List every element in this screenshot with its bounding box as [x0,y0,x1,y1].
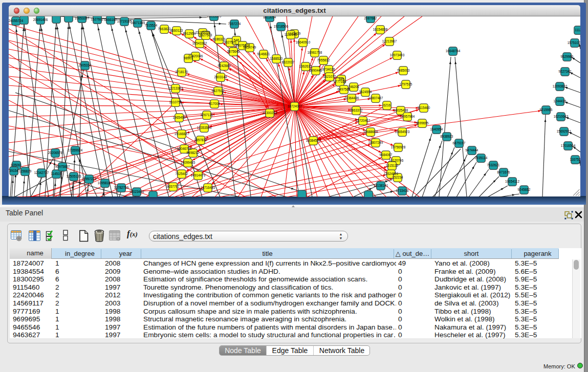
svg-text:9529986: 9529986 [561,55,574,58]
svg-text:7485003: 7485003 [397,69,410,72]
svg-text:21300233: 21300233 [263,111,277,115]
svg-text:3267130: 3267130 [201,113,213,117]
svg-text:3624554: 3624554 [359,90,372,94]
svg-text:9657791: 9657791 [167,185,180,188]
svg-text:9498212: 9498212 [187,151,200,155]
svg-text:16648784: 16648784 [446,49,461,53]
svg-text:1965498: 1965498 [173,116,186,119]
svg-text:16671385: 16671385 [130,21,145,25]
svg-text:9427512: 9427512 [212,89,225,93]
svg-text:10653287: 10653287 [75,16,90,20]
svg-text:24055724: 24055724 [9,19,24,23]
svg-text:6879197: 6879197 [453,141,466,145]
svg-text:6216: 6216 [383,103,391,107]
svg-text:9245652: 9245652 [518,188,531,191]
svg-text:1588520: 1588520 [270,57,283,60]
svg-text:1527602: 1527602 [91,17,104,21]
svg-text:39154: 39154 [9,169,18,172]
svg-text:16640910: 16640910 [296,40,311,44]
svg-text:19166827: 19166827 [175,132,189,136]
svg-text:8322037: 8322037 [282,60,295,64]
svg-text:9684067: 9684067 [380,153,393,157]
svg-text:10807487: 10807487 [368,96,383,100]
svg-text:6990448: 6990448 [310,69,322,72]
svg-text:2803144: 2803144 [214,75,227,79]
svg-text:15720407: 15720407 [356,119,371,122]
svg-text:14957984: 14957984 [400,115,415,118]
svg-text:19384554: 19384554 [306,139,321,142]
svg-text:114519: 114519 [51,172,62,176]
svg-text:7632621: 7632621 [487,163,500,167]
svg-text:1621072: 1621072 [323,75,336,78]
svg-text:8660123: 8660123 [170,29,183,32]
svg-text:19756928: 19756928 [391,145,406,149]
svg-text:9474444: 9474444 [466,148,478,152]
svg-text:16120746: 16120746 [389,159,404,162]
svg-text:20206578: 20206578 [48,151,63,155]
svg-text:1615132: 1615132 [386,164,399,167]
svg-text:16543362: 16543362 [192,41,207,45]
svg-text:2905334: 2905334 [79,63,92,67]
svg-text:10782759: 10782759 [114,186,129,189]
svg-text:1112: 1112 [575,28,580,32]
svg-text:10719185: 10719185 [117,19,132,23]
svg-text:8471676: 8471676 [497,170,510,174]
svg-text:116753: 116753 [570,158,580,161]
svg-text:15692971: 15692971 [557,129,572,133]
svg-text:6466160: 6466160 [104,18,117,21]
svg-text:1244415: 1244415 [554,99,567,103]
svg-text:8454749: 8454749 [244,46,256,49]
svg-text:12213967: 12213967 [382,39,397,43]
svg-text:1610755: 1610755 [169,100,182,104]
svg-text:10688609: 10688609 [363,130,378,134]
svg-text:9734028: 9734028 [322,68,335,71]
svg-text:9115460: 9115460 [418,106,430,110]
svg-text:7357274: 7357274 [228,22,241,26]
svg-text:12023446: 12023446 [129,190,144,193]
svg-text:7625402: 7625402 [176,172,188,176]
svg-text:12353594: 12353594 [197,126,212,129]
svg-text:1640954: 1640954 [430,127,443,131]
svg-text:9227342: 9227342 [559,70,572,73]
svg-text:835061: 835061 [11,163,22,167]
svg-text:1362615: 1362615 [299,64,312,68]
svg-text:14914479: 14914479 [191,173,206,177]
svg-text:2718170: 2718170 [176,70,188,74]
svg-text:16210643: 16210643 [554,115,569,118]
svg-text:746206: 746206 [348,85,359,89]
svg-text:10046706: 10046706 [177,147,192,150]
svg-text:8938923: 8938923 [441,135,453,138]
svg-text:98901: 98901 [184,56,193,60]
svg-text:2935114: 2935114 [475,156,488,160]
svg-text:9777169: 9777169 [334,80,346,83]
svg-text:1132546: 1132546 [285,33,297,36]
svg-text:16033809: 16033809 [207,16,222,18]
svg-text:20691406: 20691406 [33,18,48,21]
svg-text:15751074: 15751074 [568,41,580,45]
svg-text:14099485: 14099485 [181,161,195,164]
svg-text:12342737: 12342737 [34,171,49,174]
svg-text:12505135: 12505135 [67,174,81,178]
svg-text:19218506: 19218506 [274,25,289,28]
svg-text:1733416: 1733416 [396,189,409,192]
svg-text:7663822: 7663822 [158,27,171,31]
svg-text:16961758: 16961758 [308,51,322,54]
svg-text:1156829: 1156829 [19,169,32,173]
svg-text:12093822: 12093822 [553,84,568,88]
svg-text:9242848: 9242848 [218,64,231,68]
svg-text:10654112: 10654112 [505,180,519,183]
svg-text:8912954: 8912954 [183,32,196,35]
svg-text:3875645: 3875645 [227,50,240,53]
svg-text:10973493: 10973493 [390,53,405,57]
svg-text:14138141: 14138141 [374,184,388,187]
svg-text:9327503: 9327503 [200,33,212,37]
svg-text:18807249: 18807249 [368,141,383,144]
svg-text:9699695: 9699695 [416,121,429,125]
svg-text:8813054: 8813054 [264,16,276,19]
svg-text:10958107: 10958107 [98,181,113,185]
svg-text:13654923: 13654923 [395,130,410,134]
svg-text:17016504: 17016504 [561,144,576,147]
svg-text:546: 546 [234,38,239,42]
svg-text:7863372: 7863372 [350,108,363,112]
svg-text:17359924: 17359924 [68,148,83,152]
